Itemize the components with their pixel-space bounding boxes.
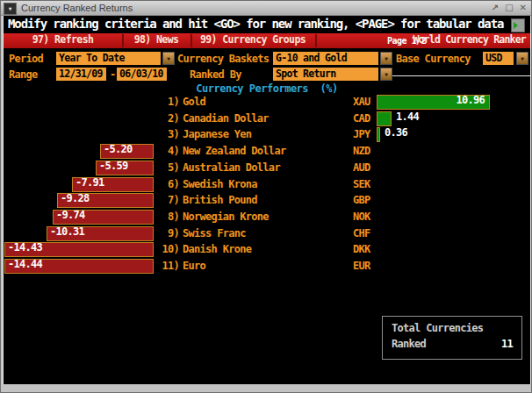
range-label: Range — [9, 68, 38, 81]
bar-value-label: 0.36 — [385, 126, 407, 143]
chart-row-nok: -9.748)Norwegian KroneNOK — [4, 209, 530, 225]
bar-value-label: 1.44 — [396, 111, 419, 127]
positive-bar-cad — [377, 111, 392, 126]
toolbar-divider — [315, 34, 317, 47]
currency-ticker: GBP — [353, 192, 370, 209]
currency-rank: 3) — [156, 126, 179, 143]
period-dropdown-button[interactable]: ▼ — [162, 52, 175, 65]
currency-groups-button[interactable]: 99) Currency Groups — [192, 33, 313, 48]
currency-ticker: EUR — [353, 258, 370, 275]
chart-row-jpy: 0.363)Japanese YenJPY — [4, 126, 530, 143]
currency-rank: 1) — [156, 94, 179, 111]
currency-name: Japanese Yen — [183, 126, 251, 143]
currency-rank: 7) — [156, 192, 179, 209]
base-currency-label: Base Currency — [396, 53, 471, 65]
ranked-by-select[interactable]: Spot Return — [273, 68, 378, 81]
divider-line — [392, 75, 530, 76]
function-toolbar: 97) Refresh 98) News 99) Currency Groups… — [4, 33, 530, 48]
currency-rank: 10) — [156, 241, 179, 258]
chart-row-aud: -5.595)Australian DollarAUD — [4, 160, 530, 176]
maximize-icon[interactable]: □ — [505, 2, 513, 14]
app-window: ▼ Currency Ranked Returns ↗ □ ✕ Modify r… — [0, 0, 532, 393]
window-controls: ↗ □ ✕ — [492, 2, 527, 14]
positive-bar-jpy — [377, 127, 380, 142]
currency-name: Australian Dollar — [183, 160, 280, 176]
window-title: Currency Ranked Returns — [21, 3, 133, 13]
currency-ticker: NZD — [353, 143, 370, 160]
close-icon[interactable]: ✕ — [520, 2, 527, 14]
currency-name: Norwegian Krone — [183, 209, 269, 225]
currency-rank: 2) — [156, 111, 179, 127]
chevron-down-icon: ▼ — [385, 55, 388, 61]
ranked-by-dropdown-button[interactable]: ▼ — [380, 68, 392, 81]
ranked-by-label: Ranked By — [190, 68, 241, 81]
currency-ticker: SEK — [353, 176, 370, 193]
chevron-down-icon: ▼ — [167, 55, 170, 61]
chevron-down-icon: ▼ — [385, 71, 388, 77]
currency-ticker: CAD — [353, 111, 370, 127]
bar-value-label: 10.96 — [377, 94, 485, 111]
currency-ticker: DKK — [353, 241, 370, 258]
currency-name: New Zealand Dollar — [183, 143, 285, 160]
news-button[interactable]: 98) News — [124, 33, 189, 48]
currency-bar-chart: 10.961)GoldXAU1.442)Canadian DollarCAD0.… — [4, 94, 530, 278]
chart-row-xau: 10.961)GoldXAU — [4, 94, 530, 111]
terminal-content: Modify ranking criteria and hit <GO> for… — [3, 16, 531, 384]
total-currencies-box: Total Currencies Ranked 11 — [382, 316, 522, 360]
currency-rank: 5) — [156, 160, 179, 176]
base-currency-select[interactable]: USD — [483, 52, 514, 65]
currency-rank: 9) — [156, 225, 179, 242]
base-currency-dropdown-button[interactable]: ▼ — [516, 52, 528, 65]
popout-icon[interactable]: ↗ — [492, 2, 499, 14]
currency-ticker: CHF — [353, 225, 370, 242]
totals-value: 11 — [501, 338, 513, 350]
period-select[interactable]: Year To Date — [56, 52, 161, 65]
currency-ticker: XAU — [353, 94, 370, 111]
refresh-button[interactable]: 97) Refresh — [5, 33, 120, 48]
bar-value-label: -9.74 — [56, 209, 85, 225]
chart-row-dkk: -14.4310)Danish KroneDKK — [4, 241, 530, 258]
bar-value-label: -5.59 — [99, 160, 128, 176]
chart-row-chf: -10.319)Swiss FrancCHF — [4, 225, 530, 242]
currency-ticker: AUD — [353, 160, 370, 176]
chart-heading: Currency Performers (%) — [4, 82, 530, 95]
chart-row-gbp: -9.287)British PoundGBP — [4, 192, 530, 209]
bar-value-label: -5.20 — [104, 143, 133, 160]
chart-row-eur: -14.4411)EuroEUR — [4, 258, 530, 275]
currency-name: British Pound — [183, 192, 257, 209]
currency-rank: 6) — [156, 176, 179, 193]
chart-row-nzd: -5.204)New Zealand DollarNZD — [4, 143, 530, 160]
range-end-input[interactable]: 06/03/10 — [117, 68, 167, 81]
totals-label-line1: Total Currencies — [392, 322, 483, 334]
range-start-input[interactable]: 12/31/09 — [56, 68, 106, 81]
currency-ticker: JPY — [353, 126, 370, 143]
currency-name: Canadian Dollar — [183, 111, 269, 127]
bar-value-label: -9.28 — [61, 192, 90, 209]
currency-name: Gold — [183, 94, 205, 111]
currency-name: Euro — [183, 258, 205, 275]
chart-row-sek: -7.916)Swedish KronaSEK — [4, 176, 530, 193]
chart-row-cad: 1.442)Canadian DollarCAD — [4, 111, 530, 127]
bar-value-label: -10.31 — [50, 225, 84, 242]
currency-baskets-dropdown-button[interactable]: ▼ — [380, 52, 392, 65]
window-menu-button[interactable]: ▼ — [4, 3, 17, 15]
currency-rank: 4) — [156, 143, 179, 160]
period-label: Period — [9, 53, 43, 65]
currency-name: Danish Krone — [183, 241, 251, 258]
menu-caret-icon: ▼ — [9, 5, 12, 11]
totals-label-line2: Ranked — [392, 338, 426, 350]
currency-rank: 8) — [156, 209, 179, 225]
range-separator: - — [110, 68, 116, 81]
chevron-down-icon: ▼ — [521, 55, 524, 61]
message-bar-text: Modify ranking criteria and hit <GO> for… — [8, 17, 503, 31]
tabular-data-icon[interactable] — [511, 18, 525, 32]
bar-value-label: -7.91 — [75, 176, 104, 193]
bar-value-label: -14.44 — [8, 258, 42, 275]
currency-rank: 11) — [156, 258, 179, 275]
currency-baskets-label: Currency Baskets — [177, 53, 269, 65]
currency-baskets-select[interactable]: G-10 and Gold — [273, 52, 378, 65]
bar-value-label: -14.43 — [8, 241, 42, 258]
currency-ticker: NOK — [353, 209, 370, 225]
currency-name: Swiss Franc — [183, 225, 246, 242]
window-titlebar: ▼ Currency Ranked Returns ↗ □ ✕ — [1, 1, 531, 16]
